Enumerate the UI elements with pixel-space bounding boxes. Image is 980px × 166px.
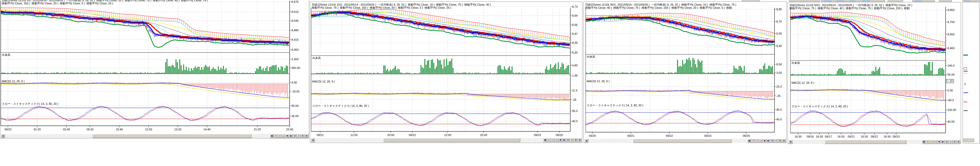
- x-axis-label: 22:40: [286, 128, 293, 131]
- chart-toolbar-button-4[interactable]: ■: [937, 140, 941, 144]
- chart-toolbar-button-4[interactable]: ■: [558, 138, 562, 142]
- scrollbar-thumb[interactable]: [92, 134, 251, 138]
- macd-axis-tick: -18.00: [291, 90, 299, 93]
- chart-canvas-30min[interactable]: [584, 2, 787, 143]
- volume-axis-tick: 2,450: [291, 58, 299, 61]
- chart-toolbar-button-4[interactable]: ■: [285, 134, 289, 138]
- chart-toolbar-button-3[interactable]: ↔: [933, 140, 937, 144]
- scrollbar-track[interactable]: [5, 134, 270, 138]
- scrollbar-thumb[interactable]: [825, 140, 906, 144]
- stoch-axis-tick: 95.00: [291, 104, 299, 108]
- scrollbar-track[interactable]: [792, 140, 922, 144]
- x-axis-label: 09/17: [825, 135, 832, 138]
- titlebar-tab-fragment: [915, 0, 921, 2]
- x-axis-label: 13:20: [174, 128, 181, 131]
- chart-toolbar-button-2[interactable]: −: [755, 139, 759, 143]
- scrollbar-left-arrow[interactable]: ◀: [1, 134, 5, 138]
- chart-toolbar-button-0[interactable]: ◀|: [922, 140, 926, 144]
- chart-toolbar-button-7[interactable]: I: [297, 134, 301, 138]
- x-axis-label: 12:00: [350, 133, 358, 136]
- chart-toolbar-button-7[interactable]: I: [774, 139, 778, 143]
- chart-toolbar-button-1[interactable]: +: [926, 140, 929, 144]
- indicator-legend: 移動平均( Close, 75 ) 移動平均( Close, 40 ) 移動平均…: [789, 7, 960, 10]
- partial-scrollbar-fragment[interactable]: [963, 139, 974, 142]
- chart-toolbar-button-5[interactable]: ▶: [562, 138, 566, 142]
- chart-toolbar-button-7[interactable]: I: [949, 140, 953, 144]
- partial-stoch-label-fragment: ス: [964, 82, 966, 86]
- chart-toolbar-button-1[interactable]: +: [751, 139, 755, 143]
- chart-toolbar-button-5[interactable]: ▶: [767, 139, 770, 143]
- price-axis-tick: 8,40: [776, 44, 782, 47]
- partial-axis-fragment: [964, 111, 968, 111]
- chart-canvas-60min[interactable]: [788, 2, 961, 144]
- x-axis-label: 09:20: [86, 128, 94, 131]
- chart-toolbar-button-1[interactable]: +: [274, 134, 278, 138]
- chart-toolbar-button-9[interactable]: ⊕: [304, 134, 309, 138]
- titlebar-tab-fragment: [964, 0, 970, 2]
- chart-toolbar-button-0[interactable]: ◀|: [747, 139, 751, 143]
- macd-axis-tick: -80.0: [947, 99, 954, 102]
- chart-toolbar-button-2[interactable]: −: [551, 138, 555, 142]
- x-axis-label: 14:40: [204, 128, 211, 131]
- chart-toolbar-button-6[interactable]: D: [566, 138, 570, 142]
- chart-toolbar-button-9[interactable]: ⊕: [956, 140, 960, 144]
- chart-toolbar-button-3[interactable]: ↔: [555, 138, 558, 142]
- chart-toolbar-button-0[interactable]: ◀|: [543, 138, 547, 142]
- volume-multiplier-box: × 10: [946, 79, 954, 83]
- chart-toolbar-button-6[interactable]: D: [770, 139, 774, 143]
- x-axis-label: 21:20: [254, 128, 261, 131]
- chart-window-15min[interactable]: 日経225mini 11/10( 15分, 2011/09/14 - 2011/…: [310, 2, 582, 143]
- price-axis-tick: 8,675: [291, 0, 299, 3]
- stoch-axis-tick: 40.0: [572, 120, 578, 123]
- price-axis-tick: 8,70: [776, 20, 782, 23]
- scrollbar-left-arrow[interactable]: ◀: [584, 139, 588, 143]
- scrollbar-track[interactable]: [588, 139, 747, 143]
- chart-h-scrollbar: ◀◀|+−↔■▶DIB⊕: [1, 134, 309, 138]
- chart-window-30min[interactable]: 日経225mini 11/10( 30分, 2011/09/14 - 2011/…: [583, 2, 787, 143]
- chart-toolbar-button-3[interactable]: ↔: [282, 134, 285, 138]
- x-axis-label: 16:30: [837, 135, 845, 138]
- x-axis-label: 20:00: [480, 133, 487, 136]
- partial-red-rule-fragment: [964, 102, 967, 102]
- scrollbar-track[interactable]: [315, 138, 543, 142]
- chart-toolbar-button-9[interactable]: ⊕: [578, 138, 582, 142]
- chart-toolbar-button-3[interactable]: ↔: [759, 139, 763, 143]
- price-axis-tick: 8,550: [947, 33, 955, 36]
- chart-toolbar-button-8[interactable]: B: [778, 139, 782, 143]
- x-axis-label: 09/22: [666, 134, 673, 137]
- x-axis-label: 09/22: [4, 128, 11, 131]
- price-axis-tick: 8,55: [776, 32, 782, 35]
- chart-toolbar-button-1[interactable]: +: [547, 138, 551, 142]
- macd-axis-tick: 4.00: [291, 81, 297, 84]
- chart-toolbar-button-8[interactable]: B: [574, 138, 578, 142]
- scrollbar-thumb[interactable]: [633, 139, 732, 143]
- x-axis-label: 09/21: [848, 135, 855, 138]
- scrollbar-left-arrow[interactable]: ◀: [788, 140, 792, 144]
- chart-toolbar-button-8[interactable]: B: [301, 134, 304, 138]
- volume-section-label: 出来高: [587, 55, 595, 58]
- price-axis-tick: 8,39: [572, 41, 578, 44]
- chart-toolbar-button-9[interactable]: ⊕: [782, 139, 786, 143]
- chart-canvas-15min[interactable]: [310, 2, 582, 143]
- chart-toolbar-button-6[interactable]: D: [945, 140, 949, 144]
- scrollbar-thumb[interactable]: [383, 138, 520, 142]
- price-axis-tick: 8,610: [291, 10, 299, 13]
- price-axis-tick: 8,47: [572, 32, 578, 35]
- chart-toolbar-button-5[interactable]: ▶: [941, 140, 945, 144]
- chart-toolbar-button-5[interactable]: ▶: [289, 134, 293, 138]
- chart-window-partial[interactable]: ス: [963, 2, 980, 144]
- chart-window-60min[interactable]: 日経225mini 11/10( 60分, 2011/09/14 - 2011/…: [788, 2, 961, 144]
- scrollbar-left-arrow[interactable]: ◀: [311, 138, 315, 142]
- chart-toolbar-button-0[interactable]: ◀|: [270, 134, 274, 138]
- chart-window-5min[interactable]: 日経225mini 11/10( 5分, 2011/09/14 - 2011/0…: [0, 0, 309, 138]
- macd-axis-tick: 25.0: [776, 85, 782, 88]
- macd-axis-tick: 11.5: [572, 89, 578, 92]
- chart-toolbar-button-7[interactable]: I: [570, 138, 574, 142]
- chart-toolbar: ◀|+−↔■▶DIB⊕: [747, 139, 786, 143]
- chart-toolbar-button-2[interactable]: −: [278, 134, 282, 138]
- chart-canvas-5min[interactable]: [0, 0, 309, 139]
- chart-toolbar-button-4[interactable]: ■: [763, 139, 767, 143]
- chart-toolbar-button-8[interactable]: B: [953, 140, 956, 144]
- chart-toolbar-button-2[interactable]: −: [929, 140, 933, 144]
- chart-toolbar-button-6[interactable]: D: [293, 134, 297, 138]
